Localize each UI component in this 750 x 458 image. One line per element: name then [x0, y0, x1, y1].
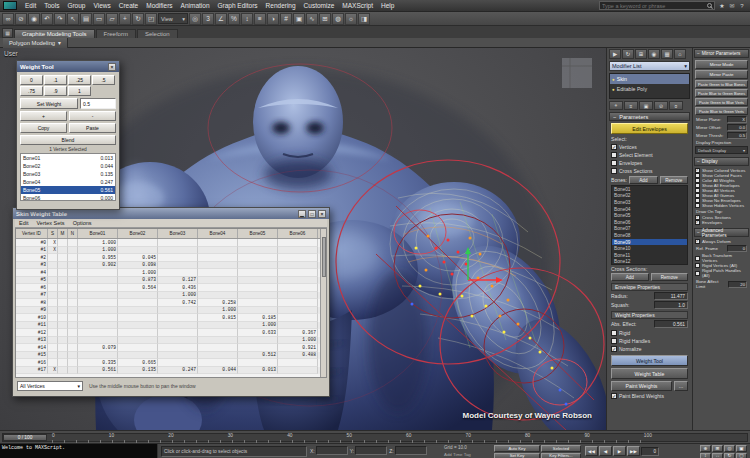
weight-cell[interactable]: [78, 277, 118, 285]
redo-icon[interactable]: ↷: [54, 13, 66, 25]
radius-field[interactable]: 11.477: [654, 292, 688, 300]
vertex-id-cell[interactable]: #9: [16, 307, 48, 315]
weight-cell[interactable]: 0.247: [158, 367, 198, 375]
menu-item[interactable]: Edit: [21, 2, 40, 9]
weight-cell[interactable]: [78, 337, 118, 345]
increase-weight-button[interactable]: +: [20, 111, 67, 121]
weight-cell[interactable]: [48, 359, 58, 367]
quick-weight-button[interactable]: .75: [20, 86, 43, 96]
Bone04[interactable]: Bone040.247: [21, 178, 115, 186]
paste-weights-button[interactable]: Paste: [69, 123, 116, 133]
checkbox-box[interactable]: [611, 152, 617, 158]
weight-tool-titlebar[interactable]: Weight Tool ×: [17, 61, 119, 72]
menu-item[interactable]: Customize: [300, 2, 339, 9]
weight-cell[interactable]: [238, 359, 278, 367]
mirror-paste-option-button[interactable]: Paste Blue to Green Bones: [695, 89, 748, 97]
weight-cell[interactable]: [78, 314, 118, 322]
weight-cell[interactable]: 0.873: [118, 277, 158, 285]
select-and-move-icon[interactable]: +: [119, 13, 131, 25]
column-header[interactable]: Bone02: [118, 229, 158, 238]
undo-icon[interactable]: ↶: [41, 13, 53, 25]
render-production-icon[interactable]: ◨: [358, 13, 370, 25]
layer-manager-icon[interactable]: ▣: [293, 13, 305, 25]
paint-blend-checkbox[interactable]: Paint Blend Weights: [609, 392, 690, 400]
vertical-scrollbar[interactable]: [320, 229, 326, 377]
weight-cell[interactable]: 1.000: [198, 307, 238, 315]
angle-snap-icon[interactable]: ∠: [215, 13, 227, 25]
remove-cross-section-button[interactable]: Remove: [651, 273, 689, 281]
weight-cell[interactable]: [238, 269, 278, 277]
weight-cell[interactable]: [48, 344, 58, 352]
weight-cell[interactable]: [278, 359, 318, 367]
weight-cell[interactable]: [48, 329, 58, 337]
select-checkbox[interactable]: Vertices: [609, 143, 690, 151]
ribbon-tab[interactable]: Graphite Modeling Tools: [14, 29, 95, 38]
weight-cell[interactable]: [278, 262, 318, 270]
select-and-rotate-icon[interactable]: ↻: [132, 13, 144, 25]
vertex-id-cell[interactable]: #8: [16, 299, 48, 307]
weight-cell[interactable]: [118, 337, 158, 345]
abs-effect-field[interactable]: 0.561: [654, 320, 688, 328]
weight-cell[interactable]: [68, 269, 78, 277]
weight-cell[interactable]: [118, 329, 158, 337]
weight-cell[interactable]: 0.815: [198, 314, 238, 322]
weight-cell[interactable]: X: [48, 239, 58, 247]
weight-cell[interactable]: 0.098: [118, 262, 158, 270]
weight-cell[interactable]: [158, 247, 198, 255]
mirror-icon[interactable]: ◑: [267, 13, 279, 25]
menu-item[interactable]: Views: [89, 2, 114, 9]
configure-modifier-sets-icon[interactable]: ¤: [669, 101, 683, 110]
set-key-button[interactable]: Set Key: [494, 453, 540, 458]
add-time-tag[interactable]: Add Time Tag: [444, 452, 471, 457]
advanced-checkbox[interactable]: Back Transform Vertices: [694, 253, 749, 263]
checkbox-box[interactable]: [695, 203, 700, 208]
Bone02[interactable]: Bone020.044: [21, 162, 115, 170]
weight-cell[interactable]: [238, 262, 278, 270]
weight-cell[interactable]: [58, 299, 68, 307]
select-and-scale-icon[interactable]: ◰: [145, 13, 157, 25]
weight-cell[interactable]: [58, 284, 68, 292]
vertex-id-cell[interactable]: #17: [16, 367, 48, 375]
window-crossing-icon[interactable]: ▱: [106, 13, 118, 25]
vertex-id-cell[interactable]: #13: [16, 337, 48, 345]
weight-cell[interactable]: [58, 277, 68, 285]
weight-cell[interactable]: X: [48, 247, 58, 255]
weight-checkbox[interactable]: Normalize: [609, 345, 690, 353]
menu-item[interactable]: Help: [377, 2, 398, 9]
vertex-id-cell[interactable]: #11: [16, 322, 48, 330]
select-by-name-icon[interactable]: ▤: [80, 13, 92, 25]
weight-cell[interactable]: 0.955: [78, 254, 118, 262]
weight-cell[interactable]: [68, 247, 78, 255]
modifier-list-dropdown[interactable]: Modifier List▾: [609, 61, 690, 71]
go-to-end-icon[interactable]: ▶▶: [627, 446, 640, 456]
quick-weight-button[interactable]: .5: [92, 75, 115, 85]
maxscript-mini-listener[interactable]: Welcome to MAXScript.: [0, 444, 158, 458]
weight-cell[interactable]: [118, 344, 158, 352]
zoom-all-icon[interactable]: ⊞: [712, 445, 723, 452]
weight-cell[interactable]: [278, 269, 318, 277]
weight-cell[interactable]: [238, 299, 278, 307]
menu-item[interactable]: Animation: [177, 2, 214, 9]
checkbox-box[interactable]: [695, 271, 700, 276]
coordinate-field[interactable]: [395, 446, 427, 455]
vertex-id-cell[interactable]: #4: [16, 269, 48, 277]
curve-editor-icon[interactable]: ∿: [306, 13, 318, 25]
weight-cell[interactable]: 0.921: [278, 344, 318, 352]
orbit-icon[interactable]: ↻: [724, 453, 735, 458]
mirror-plane-dropdown[interactable]: X: [727, 116, 747, 123]
align-icon[interactable]: #: [280, 13, 292, 25]
bone-affect-limit-field[interactable]: 20: [728, 281, 747, 288]
weight-cell[interactable]: [58, 352, 68, 360]
weight-cell[interactable]: [58, 329, 68, 337]
weight-cell[interactable]: [68, 239, 78, 247]
paint-options-button[interactable]: ...: [674, 381, 688, 391]
quick-weight-button[interactable]: .25: [68, 75, 91, 85]
star-icon[interactable]: ★: [717, 1, 727, 10]
app-logo-icon[interactable]: [3, 1, 17, 10]
weight-cell[interactable]: [118, 314, 158, 322]
remove-bone-button[interactable]: Remove: [660, 176, 688, 184]
remove-modifier-icon[interactable]: ⊘: [654, 101, 668, 110]
weight-cell[interactable]: [278, 247, 318, 255]
weight-cell[interactable]: 0.185: [238, 314, 278, 322]
draw-on-top-checkbox[interactable]: Envelopes: [694, 220, 749, 225]
